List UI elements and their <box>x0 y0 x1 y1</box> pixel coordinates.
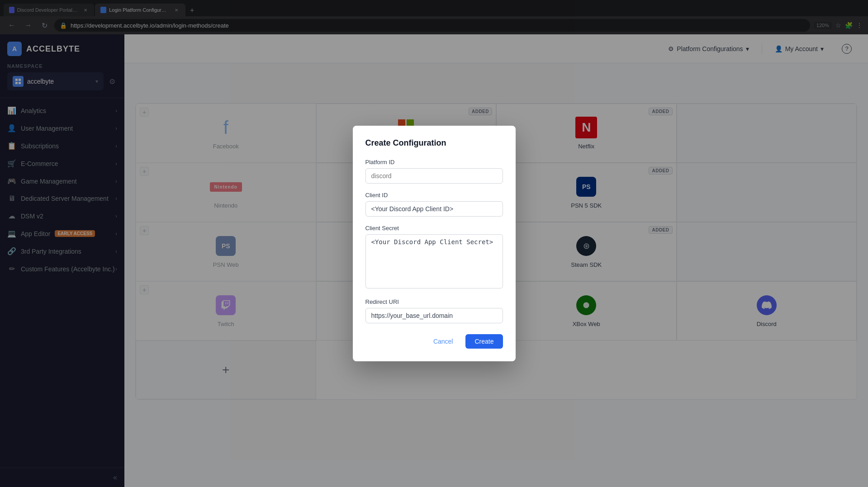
client-secret-input[interactable] <box>365 234 503 288</box>
client-secret-label: Client Secret <box>365 225 503 232</box>
platform-id-group: Platform ID <box>365 159 503 184</box>
platform-id-label: Platform ID <box>365 159 503 165</box>
dialog-title: Create Configuration <box>365 138 503 148</box>
client-secret-group: Client Secret <box>365 225 503 290</box>
dialog-overlay[interactable]: Create Configuration Platform ID Client … <box>0 0 868 487</box>
dialog-actions: Cancel Create <box>365 334 503 349</box>
create-button[interactable]: Create <box>465 334 503 349</box>
redirect-uri-group: Redirect URI <box>365 298 503 323</box>
redirect-uri-label: Redirect URI <box>365 298 503 305</box>
cancel-button[interactable]: Cancel <box>426 334 460 349</box>
client-id-input[interactable] <box>365 201 503 217</box>
client-id-label: Client ID <box>365 192 503 199</box>
create-configuration-dialog: Create Configuration Platform ID Client … <box>353 126 516 361</box>
redirect-uri-input[interactable] <box>365 308 503 323</box>
platform-id-input[interactable] <box>365 168 503 184</box>
client-id-group: Client ID <box>365 192 503 217</box>
